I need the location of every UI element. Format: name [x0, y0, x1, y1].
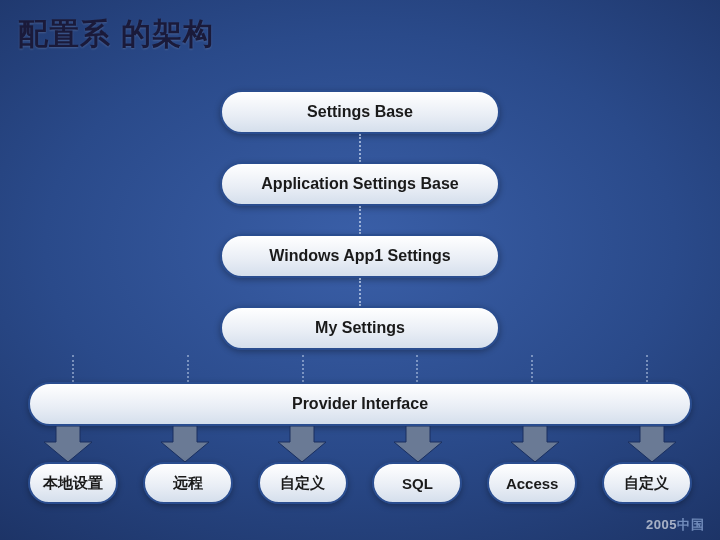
- arrow-down-icon: [612, 426, 692, 462]
- leaf-local-settings: 本地设置: [28, 462, 118, 504]
- footer-suffix: 中国: [677, 517, 704, 532]
- connector: [359, 134, 361, 162]
- arrow-down-icon: [262, 426, 342, 462]
- svg-marker-2: [278, 426, 326, 462]
- footer-year: 2005: [646, 517, 677, 532]
- arrow-down-icon: [28, 426, 108, 462]
- providers-row: 本地设置 远程 自定义 SQL Access 自定义: [28, 462, 692, 504]
- leaf-sql: SQL: [372, 462, 462, 504]
- leaf-remote: 远程: [143, 462, 233, 504]
- connector: [359, 278, 361, 306]
- slide-title: 配置系  的架构: [18, 14, 214, 55]
- provider-top-connectors: [28, 355, 692, 382]
- arrow-down-icon: [378, 426, 458, 462]
- leaf-custom-1: 自定义: [258, 462, 348, 504]
- arrow-down-icon: [495, 426, 575, 462]
- svg-marker-0: [44, 426, 92, 462]
- node-settings-base: Settings Base: [220, 90, 500, 134]
- leaf-custom-2: 自定义: [602, 462, 692, 504]
- node-application-settings-base: Application Settings Base: [220, 162, 500, 206]
- footer-branding: 2005中国: [646, 516, 704, 534]
- arrow-down-icon: [145, 426, 225, 462]
- svg-marker-1: [161, 426, 209, 462]
- node-my-settings: My Settings: [220, 306, 500, 350]
- connector: [359, 206, 361, 234]
- svg-marker-3: [394, 426, 442, 462]
- svg-marker-4: [511, 426, 559, 462]
- svg-marker-5: [628, 426, 676, 462]
- hierarchy-stack: Settings Base Application Settings Base …: [220, 90, 500, 350]
- node-provider-interface: Provider Interface: [28, 382, 692, 426]
- leaf-access: Access: [487, 462, 577, 504]
- node-windows-app1-settings: Windows App1 Settings: [220, 234, 500, 278]
- arrow-row: [28, 426, 692, 462]
